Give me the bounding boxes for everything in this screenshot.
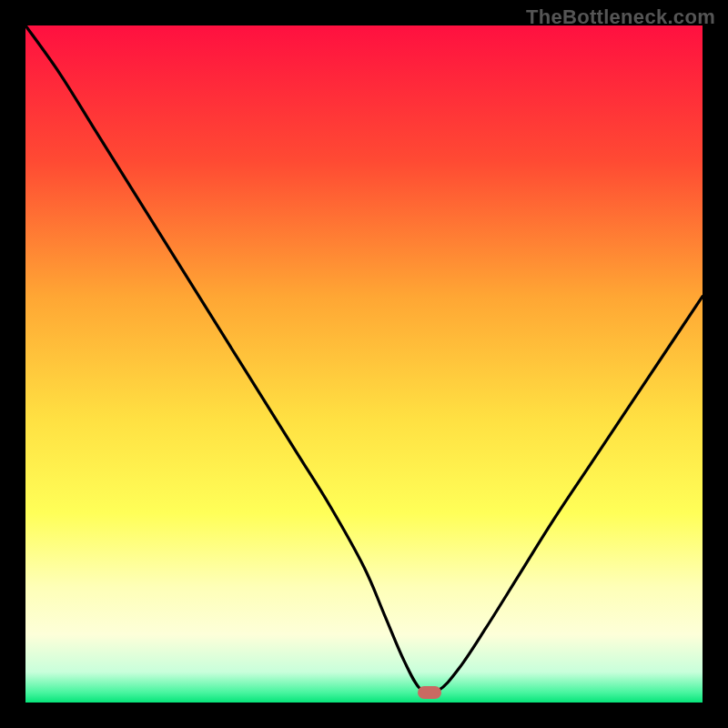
- bottleneck-curve: [25, 25, 703, 703]
- plot-area: [25, 25, 703, 703]
- optimum-marker: [418, 686, 441, 699]
- chart-frame: TheBottleneck.com: [0, 0, 728, 728]
- watermark-text: TheBottleneck.com: [526, 5, 715, 29]
